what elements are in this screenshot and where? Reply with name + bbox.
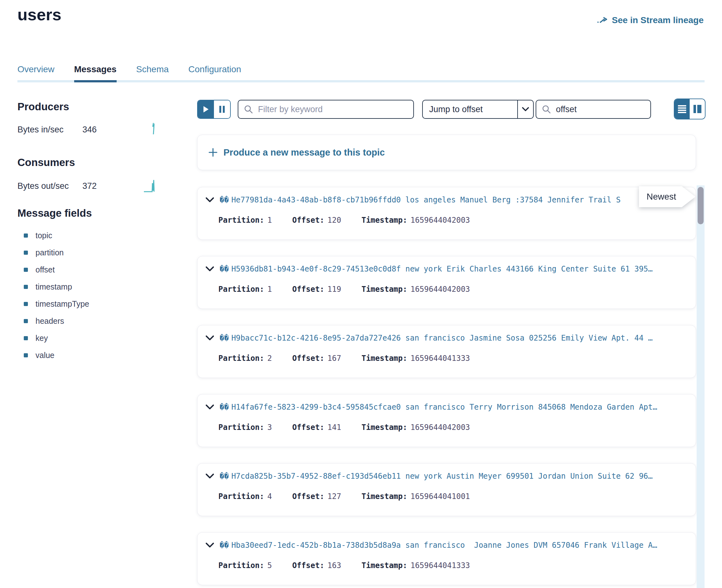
- jump-to-offset-select[interactable]: Jump to offset: [422, 100, 534, 119]
- binary-glyphs: ��: [220, 541, 229, 550]
- message-card[interactable]: �� H7cda825b-35b7-4952-88ef-c193d546eb11…: [197, 463, 696, 516]
- binary-glyphs: ��: [220, 472, 229, 481]
- field-item-offset[interactable]: offset: [17, 261, 89, 278]
- tab-configuration[interactable]: Configuration: [188, 64, 241, 82]
- message-meta: Partition:1 Offset:119 Timestamp:1659644…: [219, 285, 470, 294]
- field-bullet-icon: [24, 353, 28, 357]
- tab-schema[interactable]: Schema: [136, 64, 169, 82]
- play-button[interactable]: [198, 101, 214, 118]
- produce-button-label: Produce a new message to this topic: [224, 147, 385, 158]
- message-meta: Partition:4 Offset:127 Timestamp:1659644…: [219, 492, 470, 501]
- message-card[interactable]: �� He77981da-4a43-48ab-b8f8-cb71b96ffdd0…: [197, 187, 696, 240]
- topic-page: users See in Stream lineage Overview Mes…: [0, 0, 722, 588]
- offset-label: Offset:: [292, 492, 324, 501]
- message-key: He77981da-4a43-48ab-b8f8-cb71b96ffdd0 lo…: [231, 195, 621, 204]
- field-item-value[interactable]: value: [17, 346, 89, 364]
- lineage-link-label: See in Stream lineage: [612, 15, 704, 25]
- partition-value: 5: [268, 561, 272, 570]
- consumers-heading: Consumers: [17, 156, 75, 169]
- search-icon: [244, 105, 253, 114]
- timestamp-value: 1659644042003: [410, 285, 470, 294]
- bytes-out-value: 372: [82, 181, 97, 191]
- bytes-out-label: Bytes out/sec: [17, 181, 69, 191]
- bytes-in-label: Bytes in/sec: [17, 125, 64, 135]
- message-row-header[interactable]: �� H5936db81-b943-4e0f-8c29-74513e0c0d8f…: [206, 265, 690, 273]
- chevron-down-icon[interactable]: [206, 267, 214, 272]
- message-row-header[interactable]: �� H14fa67fe-5823-4299-b3c4-595845cfcae0…: [206, 403, 690, 412]
- timestamp-label: Timestamp:: [361, 561, 407, 570]
- chevron-down-icon: [517, 101, 533, 118]
- scrollbar-track[interactable]: [697, 185, 705, 588]
- play-icon: [203, 106, 209, 113]
- field-bullet-icon: [24, 233, 28, 238]
- message-card[interactable]: �� H5936db81-b943-4e0f-8c29-74513e0c0d8f…: [197, 256, 696, 309]
- pause-button[interactable]: [214, 101, 230, 118]
- chevron-down-icon[interactable]: [206, 474, 214, 479]
- offset-value: 120: [327, 216, 341, 225]
- list-view-icon: [678, 105, 686, 113]
- binary-glyphs: ��: [220, 403, 229, 412]
- offset-label: Offset:: [292, 561, 324, 570]
- newest-tooltip: Newest: [639, 186, 695, 207]
- keyword-filter-input[interactable]: [257, 104, 408, 115]
- partition-value: 3: [268, 423, 272, 432]
- message-row-header[interactable]: �� Hba30eed7-1edc-452b-8b1a-738d3b5d8a9a…: [206, 541, 690, 550]
- tab-messages[interactable]: Messages: [74, 64, 117, 82]
- field-item-key[interactable]: key: [17, 330, 89, 346]
- offset-label: Offset:: [292, 354, 324, 363]
- message-card[interactable]: �� H9bacc71c-b12c-4216-8e95-2a7da727e426…: [197, 325, 696, 378]
- live-consume-toggle: [197, 100, 231, 119]
- keyword-filter-field: [238, 100, 414, 119]
- offset-search-input[interactable]: [555, 104, 645, 115]
- partition-value: 2: [268, 354, 272, 363]
- list-view-button[interactable]: [675, 99, 690, 119]
- scrollbar-thumb[interactable]: [698, 187, 704, 224]
- message-key: H14fa67fe-5823-4299-b3c4-595845cfcae0 sa…: [231, 403, 657, 412]
- chevron-down-icon[interactable]: [206, 336, 214, 340]
- field-item-topic[interactable]: topic: [17, 227, 89, 244]
- card-view-icon: [693, 105, 702, 113]
- jump-select-value: Jump to offset: [423, 101, 517, 118]
- message-card[interactable]: �� Hba30eed7-1edc-452b-8b1a-738d3b5d8a9a…: [197, 532, 696, 585]
- bytes-out-metric: Bytes out/sec 372: [17, 179, 163, 194]
- plus-icon: [208, 148, 218, 157]
- field-item-headers[interactable]: headers: [17, 312, 89, 330]
- message-key: H7cda825b-35b7-4952-88ef-c193d546eb11 ne…: [231, 472, 653, 481]
- timestamp-value: 1659644041333: [410, 561, 470, 570]
- chevron-down-icon[interactable]: [206, 404, 214, 410]
- message-meta: Partition:5 Offset:163 Timestamp:1659644…: [219, 561, 470, 570]
- chevron-down-icon[interactable]: [206, 197, 214, 203]
- message-key: Hba30eed7-1edc-452b-8b1a-738d3b5d8a9a sa…: [231, 541, 657, 550]
- partition-label: Partition:: [219, 423, 264, 432]
- message-row-header[interactable]: �� He77981da-4a43-48ab-b8f8-cb71b96ffdd0…: [206, 195, 690, 204]
- bytes-in-value: 346: [82, 125, 97, 135]
- offset-search-field: [536, 100, 651, 119]
- field-item-timestampType[interactable]: timestampType: [17, 295, 89, 312]
- field-item-timestamp[interactable]: timestamp: [17, 278, 89, 295]
- tab-overview[interactable]: Overview: [17, 64, 55, 82]
- page-title: users: [17, 5, 61, 24]
- card-view-button[interactable]: [690, 99, 705, 119]
- chevron-down-icon[interactable]: [206, 543, 214, 548]
- partition-value: 1: [268, 285, 272, 294]
- message-key: H9bacc71c-b12c-4216-8e95-2a7da727e426 sa…: [231, 334, 653, 342]
- partition-value: 1: [268, 216, 272, 225]
- field-bullet-icon: [24, 251, 28, 255]
- field-bullet-icon: [24, 336, 28, 340]
- stream-lineage-link[interactable]: See in Stream lineage: [597, 15, 704, 25]
- timestamp-label: Timestamp:: [361, 492, 407, 501]
- message-row-header[interactable]: �� H9bacc71c-b12c-4216-8e95-2a7da727e426…: [206, 334, 690, 342]
- field-item-partition[interactable]: partition: [17, 244, 89, 261]
- message-meta: Partition:1 Offset:120 Timestamp:1659644…: [219, 216, 470, 225]
- newest-tooltip-label: Newest: [646, 192, 676, 202]
- produce-message-button[interactable]: Produce a new message to this topic: [197, 135, 696, 170]
- lineage-arrow-icon: [597, 16, 608, 24]
- binary-glyphs: ��: [220, 265, 229, 273]
- field-bullet-icon: [24, 319, 28, 323]
- message-meta: Partition:3 Offset:141 Timestamp:1659644…: [219, 423, 470, 432]
- message-row-header[interactable]: �� H7cda825b-35b7-4952-88ef-c193d546eb11…: [206, 472, 690, 481]
- search-icon: [542, 105, 551, 114]
- timestamp-value: 1659644041001: [410, 492, 470, 501]
- message-card[interactable]: �� H14fa67fe-5823-4299-b3c4-595845cfcae0…: [197, 394, 696, 447]
- topic-stats-sidebar: Producers Bytes in/sec 346 Consumers Byt…: [17, 101, 166, 512]
